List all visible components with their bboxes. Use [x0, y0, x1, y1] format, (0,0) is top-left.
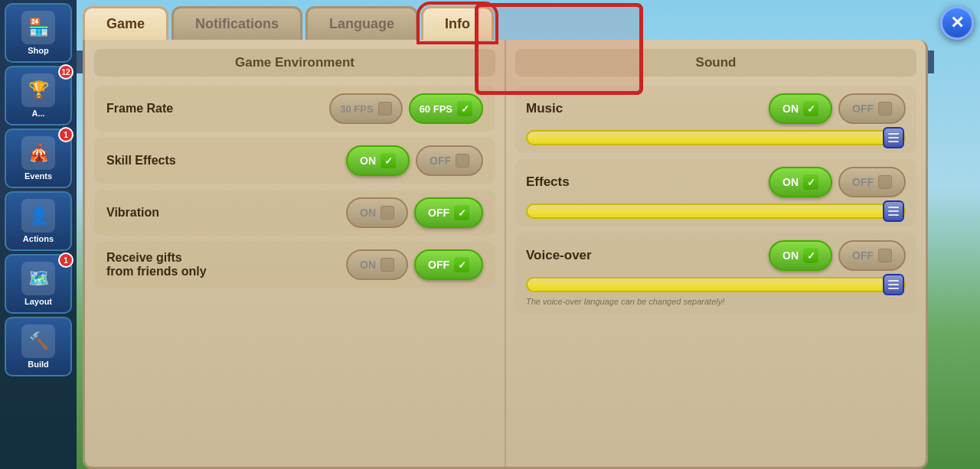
tab-notifications[interactable]: Notifications [172, 6, 302, 40]
effects-slider[interactable] [526, 204, 906, 219]
layout-badge: 1 [58, 252, 74, 268]
effects-label: Effects [526, 174, 570, 190]
music-off-button[interactable]: OFF [838, 93, 906, 124]
frame-rate-label: Frame Rate [106, 102, 173, 116]
vibration-on-button[interactable]: ON [346, 197, 408, 228]
music-row: Music ON ✓ OFF [526, 93, 906, 124]
vibration-label: Vibration [106, 206, 159, 220]
receive-gifts-on-button[interactable]: ON [346, 249, 408, 280]
layout-icon: 🗺️ [21, 262, 55, 295]
sidebar-label-shop: Shop [28, 46, 49, 55]
fps-60-label: 60 FPS [420, 103, 452, 115]
fps-30-unchecked-icon [378, 102, 392, 116]
effects-row: Effects ON ✓ OFF [526, 167, 906, 197]
receive-gifts-off-button[interactable]: OFF ✓ [414, 249, 483, 280]
effects-on-check-icon: ✓ [803, 174, 818, 190]
receive-gifts-on-uncheck-icon [381, 258, 394, 272]
sidebar-item-build[interactable]: 🔨 Build [5, 317, 72, 376]
sidebar: 🏪 Shop 12 🏆 A... 1 🎪 Events 👤 Actions 1 … [0, 0, 77, 469]
e-slider-line-2 [888, 210, 899, 212]
vibration-row: Vibration ON OFF ✓ [94, 190, 495, 236]
sidebar-label-build: Build [28, 360, 49, 369]
effects-off-button[interactable]: OFF [838, 167, 906, 197]
events-icon: 🎪 [21, 136, 55, 170]
sidebar-item-actions[interactable]: 👤 Actions [5, 191, 72, 251]
build-icon: 🔨 [21, 324, 55, 358]
fps-30-button[interactable]: 30 FPS [329, 93, 402, 124]
music-on-label: ON [782, 103, 799, 115]
fps-60-button[interactable]: 60 FPS ✓ [409, 93, 483, 124]
effects-on-label: ON [782, 176, 799, 188]
music-on-check-icon: ✓ [803, 101, 818, 116]
voiceover-off-uncheck-icon [878, 249, 892, 262]
close-button[interactable]: ✕ [940, 6, 974, 40]
e-slider-line-1 [888, 207, 899, 208]
tab-game-label: Game [106, 16, 145, 31]
voiceover-toggle-group: ON ✓ OFF [769, 240, 906, 271]
skill-effects-row: Skill Effects ON ✓ OFF [94, 138, 495, 184]
events-badge: 1 [58, 127, 74, 142]
tab-notifications-label: Notifications [195, 16, 279, 31]
vibration-off-check-icon: ✓ [454, 205, 469, 220]
music-slider-handle[interactable] [883, 127, 904, 148]
music-slider-lines-icon [886, 131, 901, 145]
receive-gifts-label: Receive gifts from friends only [106, 251, 207, 278]
music-off-label: OFF [852, 103, 874, 115]
voiceover-section: Voice-over ON ✓ OFF [515, 233, 916, 314]
sidebar-item-achievements[interactable]: 12 🏆 A... [5, 66, 72, 125]
voiceover-off-button[interactable]: OFF [838, 240, 906, 271]
vibration-on-label: ON [360, 207, 376, 219]
effects-toggle-group: ON ✓ OFF [769, 167, 906, 197]
skill-effects-on-button[interactable]: ON ✓ [346, 145, 410, 176]
achievements-icon: 🏆 [21, 73, 55, 107]
music-label: Music [526, 101, 563, 116]
effects-slider-handle[interactable] [883, 200, 904, 222]
voiceover-note: The voice-over language can be changed s… [526, 297, 906, 306]
effects-off-uncheck-icon [878, 175, 892, 189]
music-slider[interactable] [526, 130, 906, 145]
effects-slider-lines-icon [886, 204, 901, 218]
tab-game[interactable]: Game [83, 6, 168, 40]
voiceover-on-button[interactable]: ON ✓ [769, 240, 832, 271]
sidebar-item-layout[interactable]: 1 🗺️ Layout [5, 254, 72, 314]
receive-gifts-row: Receive gifts from friends only ON OFF ✓ [94, 242, 495, 288]
tab-info-label: Info [445, 16, 470, 31]
tab-language[interactable]: Language [305, 6, 418, 40]
effects-section: Effects ON ✓ OFF [515, 159, 916, 226]
sidebar-label-events: Events [24, 171, 52, 181]
voiceover-slider-lines-icon [886, 278, 901, 291]
music-on-button[interactable]: ON ✓ [769, 93, 832, 124]
game-environment-header: Game Environment [94, 49, 495, 77]
v-slider-line-2 [888, 284, 899, 285]
e-slider-line-3 [888, 214, 899, 216]
sidebar-item-shop[interactable]: 🏪 Shop [5, 3, 72, 63]
sound-header: Sound [515, 49, 916, 77]
effects-on-button[interactable]: ON ✓ [769, 167, 832, 197]
vibration-off-label: OFF [428, 207, 449, 219]
slider-line-1 [888, 133, 899, 135]
music-off-uncheck-icon [878, 102, 892, 116]
tab-bar: Game Notifications Language Info [83, 6, 928, 40]
sidebar-item-events[interactable]: 1 🎪 Events [5, 129, 72, 188]
tab-info[interactable]: Info [421, 6, 494, 40]
sidebar-label-actions: Actions [23, 234, 54, 243]
left-panel: Game Environment Frame Rate 30 FPS 60 FP… [85, 40, 505, 467]
receive-gifts-off-label: OFF [428, 259, 449, 271]
sidebar-label-achievements: A... [31, 109, 44, 118]
skill-effects-label: Skill Effects [106, 154, 176, 168]
receive-gifts-off-check-icon: ✓ [454, 257, 469, 272]
voiceover-label: Voice-over [526, 248, 592, 263]
skill-effects-on-label: ON [360, 155, 376, 167]
fps-60-check-icon: ✓ [457, 101, 472, 116]
receive-gifts-toggle-group: ON OFF ✓ [346, 249, 483, 280]
voiceover-row: Voice-over ON ✓ OFF [526, 240, 906, 271]
settings-dialog: Game Notifications Language Info Game En… [77, 0, 934, 469]
voiceover-slider-handle[interactable] [883, 274, 904, 295]
vibration-toggle-group: ON OFF ✓ [346, 197, 483, 228]
vibration-off-button[interactable]: OFF ✓ [414, 197, 483, 228]
voiceover-slider[interactable] [526, 277, 906, 292]
voiceover-on-label: ON [782, 249, 799, 262]
receive-gifts-on-label: ON [360, 259, 376, 271]
skill-effects-off-uncheck-icon [456, 154, 469, 168]
skill-effects-off-button[interactable]: OFF [416, 145, 483, 176]
